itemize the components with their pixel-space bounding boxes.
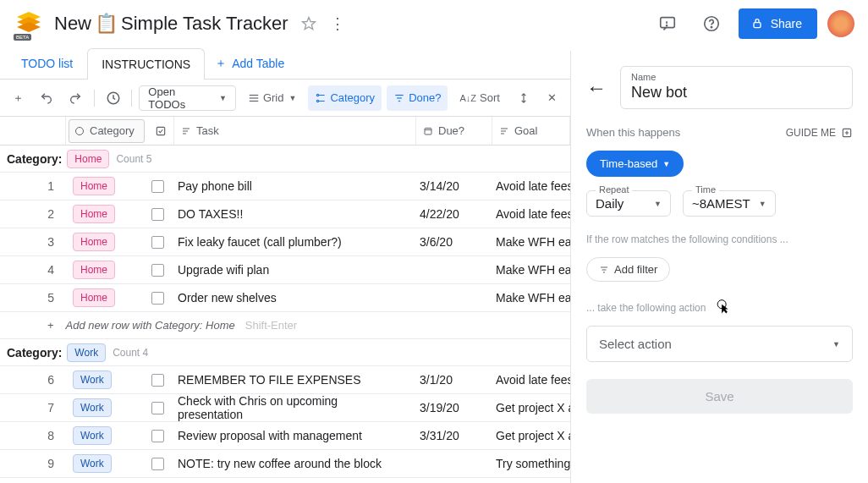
due-cell[interactable]: 3/1/20	[413, 366, 489, 393]
table-row[interactable]: 7 Work Check with Chris on upcoming pres…	[0, 394, 570, 422]
goal-cell[interactable]: Avoid late fees	[489, 173, 570, 200]
category-cell[interactable]: Home	[66, 256, 144, 283]
goal-cell[interactable]: Avoid late fees	[489, 200, 570, 228]
help-icon[interactable]	[695, 7, 728, 41]
table-row[interactable]: 4 Home Upgrade wifi plan Make WFH easi	[0, 256, 570, 284]
goal-cell[interactable]: Make WFH easi	[489, 228, 570, 255]
undo-button[interactable]	[36, 86, 59, 110]
table-row[interactable]: 5 Home Order new shelves Make WFH easi	[0, 284, 570, 312]
category-cell[interactable]: Home	[66, 173, 144, 200]
due-cell[interactable]	[413, 256, 489, 283]
task-cell[interactable]: Upgrade wifi plan	[171, 256, 413, 283]
add-filter-button[interactable]: Add filter	[586, 257, 670, 282]
bot-name-field[interactable]: Name New bot	[620, 66, 853, 109]
share-button[interactable]: Share	[739, 8, 817, 39]
add-row[interactable]: +Add new row with Category: Home Shift-E…	[0, 312, 570, 339]
category-cell[interactable]: Home	[66, 228, 144, 255]
task-cell[interactable]: Order new shelves	[171, 284, 413, 311]
layout-grid[interactable]: Grid ▼	[241, 85, 303, 111]
done-cell[interactable]	[144, 173, 171, 200]
task-cell[interactable]: Fix leaky faucet (call plumber?)	[171, 228, 413, 255]
category-cell[interactable]: Home	[66, 200, 144, 228]
table-row[interactable]: 2 Home DO TAXES!! 4/22/20 Avoid late fee…	[0, 200, 570, 228]
table-row[interactable]: 8 Work Review proposal with management 3…	[0, 422, 570, 450]
done-col-header[interactable]	[147, 117, 174, 145]
due-cell[interactable]: 3/31/20	[413, 422, 489, 449]
done-cell[interactable]	[144, 200, 171, 228]
tab-todo-list[interactable]: TODO list	[7, 47, 87, 79]
goal-cell[interactable]: Get project X ap	[489, 394, 570, 421]
task-col-header[interactable]: Task	[174, 117, 416, 145]
repeat-select[interactable]: Repeat Daily▼	[586, 190, 671, 217]
close-view-button[interactable]: ✕	[540, 86, 563, 110]
due-col-header[interactable]: Due?	[416, 117, 492, 145]
due-cell[interactable]: 3/19/20	[413, 394, 489, 421]
goal-cell[interactable]: Make WFH easi	[489, 256, 570, 283]
history-button[interactable]	[102, 86, 125, 110]
redo-button[interactable]	[63, 86, 87, 110]
checkbox[interactable]	[151, 402, 164, 414]
comment-icon[interactable]	[651, 7, 684, 41]
group-by-chip[interactable]: Category	[308, 85, 382, 111]
category-cell[interactable]: Work	[66, 422, 144, 449]
goal-col-header[interactable]: Goal	[492, 117, 570, 145]
checkbox[interactable]	[151, 264, 164, 277]
checkbox[interactable]	[151, 374, 164, 387]
table-row[interactable]: 9 Work NOTE: try new coffee around the b…	[0, 450, 570, 478]
goal-cell[interactable]: Make WFH easi	[489, 284, 570, 311]
goal-cell[interactable]: Get project X ap	[489, 422, 570, 449]
more-menu-button[interactable]: ⋮	[326, 12, 349, 36]
goal-cell[interactable]: Avoid late fees	[489, 366, 570, 393]
checkbox[interactable]	[151, 208, 164, 221]
checkbox[interactable]	[151, 430, 164, 442]
tab-instructions[interactable]: INSTRUCTIONS	[87, 48, 205, 80]
category-cell[interactable]: Work	[66, 366, 144, 393]
task-cell[interactable]: Pay phone bill	[171, 173, 413, 200]
select-action-dropdown[interactable]: Select action ▼	[586, 326, 853, 362]
category-col-header[interactable]: Category	[69, 119, 145, 143]
sort-chip[interactable]: A↓Z Sort	[453, 85, 506, 111]
done-cell[interactable]	[144, 422, 171, 449]
guide-me-button[interactable]: GUIDE ME	[786, 127, 853, 139]
due-cell[interactable]	[413, 284, 489, 311]
category-cell[interactable]: Work	[66, 450, 144, 477]
checkbox[interactable]	[151, 458, 164, 470]
due-cell[interactable]	[413, 450, 489, 477]
table-row[interactable]: 3 Home Fix leaky faucet (call plumber?) …	[0, 228, 570, 256]
row-height-button[interactable]	[512, 86, 536, 110]
due-cell[interactable]: 3/6/20	[413, 228, 489, 255]
back-button[interactable]: ←	[586, 76, 607, 100]
view-selector[interactable]: Open TODOs ▼	[139, 85, 236, 111]
time-select[interactable]: Time ~8AMEST▼	[683, 190, 776, 217]
add-row-button[interactable]: ＋	[7, 86, 30, 110]
table-row[interactable]: 1 Home Pay phone bill 3/14/20 Avoid late…	[0, 173, 570, 200]
star-button[interactable]	[299, 14, 319, 34]
task-cell[interactable]: Review proposal with management	[171, 422, 413, 449]
due-cell[interactable]: 4/22/20	[413, 200, 489, 228]
task-cell[interactable]: DO TAXES!!	[171, 200, 413, 228]
due-cell[interactable]: 3/14/20	[413, 173, 489, 200]
category-cell[interactable]: Home	[66, 284, 144, 311]
done-cell[interactable]	[144, 256, 171, 283]
checkbox[interactable]	[151, 180, 164, 193]
table-row[interactable]: 6 Work REMEMBER TO FILE EXPENSES 3/1/20 …	[0, 366, 570, 394]
done-cell[interactable]	[144, 228, 171, 255]
task-cell[interactable]: NOTE: try new coffee around the block	[171, 450, 413, 477]
checkbox[interactable]	[151, 292, 164, 305]
group-header[interactable]: Category: Work Count 4	[0, 339, 570, 366]
group-header[interactable]: Category: Home Count 5	[0, 145, 570, 173]
doc-title[interactable]: New 📋 Simple Task Tracker	[54, 13, 288, 35]
done-cell[interactable]	[144, 366, 171, 393]
filter-chip[interactable]: Done?	[387, 85, 448, 111]
task-cell[interactable]: REMEMBER TO FILE EXPENSES	[171, 366, 413, 393]
task-cell[interactable]: Check with Chris on upcoming presentatio…	[171, 394, 413, 421]
category-cell[interactable]: Work	[66, 394, 144, 421]
done-cell[interactable]	[144, 450, 171, 477]
add-table-button[interactable]: ＋ Add Table	[205, 56, 294, 71]
goal-cell[interactable]: Try something d	[489, 450, 570, 477]
checkbox[interactable]	[151, 236, 164, 249]
trigger-type-button[interactable]: Time-based ▼	[586, 151, 684, 177]
done-cell[interactable]	[144, 284, 171, 311]
done-cell[interactable]	[144, 394, 171, 421]
avatar[interactable]	[827, 10, 854, 37]
